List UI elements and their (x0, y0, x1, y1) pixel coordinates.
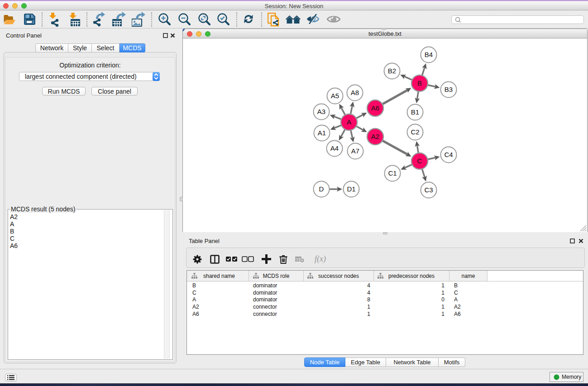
svg-text:C2: C2 (411, 128, 419, 136)
svg-text:A6: A6 (371, 104, 379, 112)
svg-text:B3: B3 (445, 86, 453, 93)
svg-text:D: D (319, 185, 324, 193)
svg-text:A7: A7 (351, 147, 359, 155)
svg-text:A5: A5 (331, 92, 339, 100)
svg-text:B4: B4 (425, 51, 433, 58)
svg-text:A4: A4 (330, 144, 339, 152)
svg-text:A1: A1 (318, 129, 326, 137)
svg-text:A2: A2 (371, 133, 379, 140)
svg-text:C4: C4 (444, 151, 453, 158)
svg-text:C1: C1 (388, 169, 397, 177)
svg-text:B: B (417, 79, 422, 87)
svg-text:C3: C3 (424, 186, 433, 194)
svg-text:A: A (347, 118, 351, 126)
svg-text:C: C (417, 157, 422, 165)
svg-text:B1: B1 (411, 108, 419, 116)
svg-text:D1: D1 (347, 185, 355, 193)
svg-text:B2: B2 (388, 67, 396, 75)
svg-text:A3: A3 (317, 108, 325, 115)
svg-text:A8: A8 (351, 89, 359, 96)
